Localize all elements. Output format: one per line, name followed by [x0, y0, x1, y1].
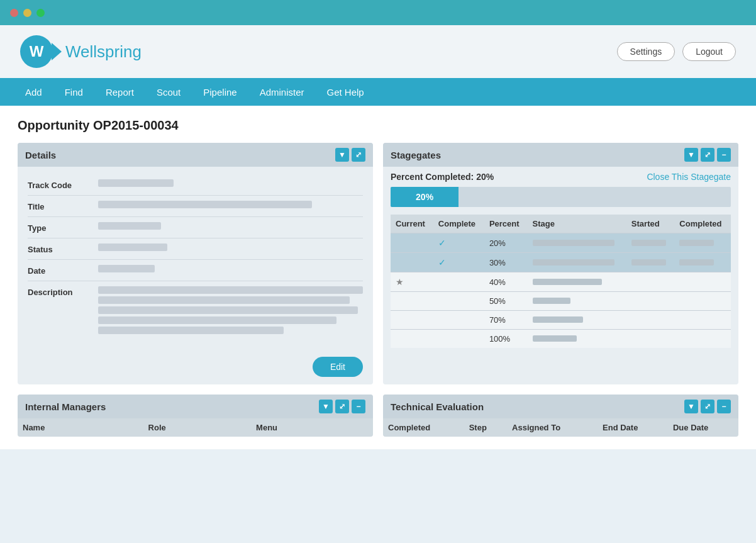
nav-report[interactable]: Report: [96, 82, 144, 103]
progress-bar: 20%: [391, 187, 731, 207]
technical-evaluation-expand-btn[interactable]: ⤢: [701, 400, 714, 413]
details-panel-header: Details ▼ ⤢: [18, 143, 373, 167]
internal-managers-dropdown-btn[interactable]: ▼: [319, 400, 333, 413]
table-row: 70%: [391, 311, 731, 330]
traffic-light-yellow[interactable]: [23, 9, 31, 17]
stagegate-table: Current Complete Percent Stage Started C…: [391, 215, 731, 348]
traffic-light-green[interactable]: [36, 9, 45, 17]
progress-bar-fill: 20%: [391, 187, 459, 207]
nav-add[interactable]: Add: [15, 82, 52, 103]
field-description: Description: [28, 281, 363, 342]
internal-managers-table-header: Name Role Menu: [18, 418, 373, 437]
details-panel-actions: ▼ ⤢: [335, 148, 365, 162]
stagegate-table-wrapper: Current Complete Percent Stage Started C…: [383, 215, 738, 355]
details-dropdown-btn[interactable]: ▼: [335, 148, 349, 162]
stagegates-expand-btn[interactable]: ⤢: [701, 148, 714, 162]
logo-arrow: [52, 43, 62, 60]
technical-evaluation-actions: ▼ ⤢ −: [684, 400, 731, 413]
star-icon: ★: [396, 277, 404, 287]
field-type: Type: [28, 217, 363, 238]
stagegates-panel-actions: ▼ ⤢ −: [684, 148, 731, 162]
stagegate-table-header: Current Complete Percent Stage Started C…: [391, 215, 731, 233]
stagegates-minus-btn[interactable]: −: [717, 148, 731, 162]
table-row: ✓ 20%: [391, 233, 731, 253]
bottom-panels: Internal Managers ▼ ⤢ − Name Role Menu: [18, 395, 738, 437]
logo-icon: W: [20, 35, 53, 68]
table-row: ✓ 30%: [391, 253, 731, 272]
check-icon: ✓: [438, 257, 446, 267]
internal-managers-header: Internal Managers ▼ ⤢ −: [18, 395, 373, 418]
logout-button[interactable]: Logout: [682, 42, 736, 61]
percent-label: Percent Completed: 20%: [391, 172, 494, 182]
header-buttons: Settings Logout: [617, 42, 736, 61]
nav-bar: Add Find Report Scout Pipeline Administe…: [0, 78, 756, 106]
details-panel: Details ▼ ⤢ Track Code Title: [18, 143, 373, 384]
title-bar: [0, 0, 756, 25]
technical-evaluation-table: Completed Step Assigned To End Date Due …: [383, 418, 738, 437]
details-expand-btn[interactable]: ⤢: [352, 148, 365, 162]
internal-managers-panel: Internal Managers ▼ ⤢ − Name Role Menu: [18, 395, 373, 437]
nav-pipeline[interactable]: Pipeline: [193, 82, 247, 103]
internal-managers-actions: ▼ ⤢ −: [319, 400, 365, 413]
page-title: Opportunity OP2015-00034: [18, 118, 738, 133]
details-panel-body: Track Code Title Type: [18, 167, 373, 349]
edit-button[interactable]: Edit: [313, 357, 363, 377]
field-title: Title: [28, 196, 363, 217]
page-content: Opportunity OP2015-00034 Details ▼ ⤢ Tra…: [0, 106, 756, 449]
table-row: ★ 40%: [391, 272, 731, 292]
stagegate-info: Percent Completed: 20% Close This Stageg…: [383, 167, 738, 187]
stagegates-panel-header: Stagegates ▼ ⤢ −: [383, 143, 738, 167]
edit-btn-row: Edit: [18, 349, 373, 384]
header: W Wellspring Settings Logout: [0, 25, 756, 78]
table-row: 50%: [391, 292, 731, 311]
field-track-code: Track Code: [28, 174, 363, 196]
internal-managers-expand-btn[interactable]: ⤢: [335, 400, 349, 413]
internal-managers-table: Name Role Menu: [18, 418, 373, 437]
logo-area: W Wellspring: [20, 35, 142, 68]
traffic-light-red[interactable]: [10, 9, 18, 17]
field-date: Date: [28, 260, 363, 281]
internal-managers-minus-btn[interactable]: −: [352, 400, 365, 413]
stagegates-panel: Stagegates ▼ ⤢ − Percent Completed: 20% …: [383, 143, 738, 384]
technical-evaluation-header: Technical Evaluation ▼ ⤢ −: [383, 395, 738, 418]
nav-get-help[interactable]: Get Help: [317, 82, 374, 103]
field-status: Status: [28, 238, 363, 260]
check-icon: ✓: [438, 238, 446, 248]
nav-find[interactable]: Find: [55, 82, 93, 103]
nav-scout[interactable]: Scout: [147, 82, 191, 103]
technical-evaluation-dropdown-btn[interactable]: ▼: [684, 400, 698, 413]
technical-evaluation-table-header: Completed Step Assigned To End Date Due …: [383, 418, 738, 437]
settings-button[interactable]: Settings: [617, 42, 675, 61]
technical-evaluation-panel: Technical Evaluation ▼ ⤢ − Completed Ste…: [383, 395, 738, 437]
table-row: 100%: [391, 330, 731, 349]
close-stagegate-link[interactable]: Close This Stagegate: [647, 172, 731, 182]
nav-administer[interactable]: Administer: [250, 82, 314, 103]
logo-name: Wellspring: [65, 42, 142, 62]
stagegates-dropdown-btn[interactable]: ▼: [684, 148, 698, 162]
main-columns: Details ▼ ⤢ Track Code Title: [18, 143, 738, 384]
technical-evaluation-minus-btn[interactable]: −: [717, 400, 731, 413]
